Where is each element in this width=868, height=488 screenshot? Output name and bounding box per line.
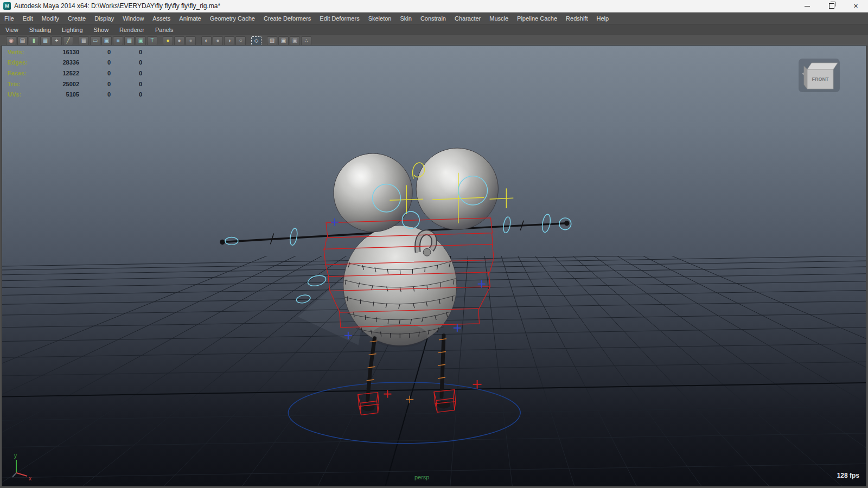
main-menu-bar: File Edit Modify Create Display Window A… bbox=[0, 12, 868, 24]
default-material-icon[interactable]: ● bbox=[174, 36, 184, 46]
window-titlebar: M Autodesk Maya 2014 x64: D:\Works\EVERY… bbox=[0, 0, 868, 12]
scene-cube-icon[interactable]: ▧ bbox=[267, 36, 277, 46]
shadows-icon[interactable]: ● bbox=[213, 36, 223, 46]
panel-menu-lighting[interactable]: Lighting bbox=[56, 25, 88, 35]
hud-value: 0 bbox=[111, 59, 142, 66]
hud-value: 0 bbox=[79, 70, 111, 76]
axis-x-label: x bbox=[29, 476, 31, 481]
foot-controls-red[interactable] bbox=[358, 380, 482, 415]
frame-rate-icon[interactable]: ● bbox=[163, 36, 173, 46]
panel-menu-shading[interactable]: Shading bbox=[24, 25, 56, 35]
screen-space-ao-icon[interactable]: ◑ bbox=[224, 36, 234, 46]
toolbar-icons: ◉▤▮▦+╱▦▭▣■▦▣T●●●◐●◑○◇▧▣▣∴ bbox=[5, 36, 312, 46]
eye-highlight-right bbox=[438, 164, 471, 196]
minimize-icon bbox=[805, 6, 810, 7]
panel-menu-panels[interactable]: Panels bbox=[150, 25, 179, 35]
hud-value: 12522 bbox=[49, 70, 79, 76]
menu-pipeline-cache[interactable]: Pipeline Cache bbox=[513, 13, 561, 24]
camera-attributes-icon[interactable]: ▤ bbox=[17, 36, 28, 46]
hud-value: 0 bbox=[79, 91, 111, 98]
menu-file[interactable]: File bbox=[0, 13, 18, 24]
frame-selection-icon[interactable]: ▣ bbox=[290, 36, 300, 46]
hud-value: 5105 bbox=[49, 91, 79, 98]
menu-edit-deformers[interactable]: Edit Deformers bbox=[315, 13, 363, 24]
resolution-gate-icon[interactable]: ▣ bbox=[101, 36, 112, 46]
fly-eye-left[interactable] bbox=[334, 153, 412, 232]
hud-label: Verts: bbox=[8, 49, 49, 55]
gate-mask-icon[interactable]: ■ bbox=[113, 36, 123, 46]
menu-character[interactable]: Character bbox=[450, 13, 485, 24]
hud-value: 0 bbox=[111, 81, 142, 87]
frame-all-icon[interactable]: ▣ bbox=[278, 36, 289, 46]
menu-assets[interactable]: Assets bbox=[148, 13, 175, 24]
grease-pencil-icon[interactable]: ╱ bbox=[63, 36, 73, 46]
axis-y-label: y bbox=[14, 453, 17, 459]
bookmark-icon[interactable]: ▮ bbox=[29, 36, 39, 46]
hud-label: Tris: bbox=[8, 81, 49, 87]
eye-highlight-left bbox=[346, 162, 374, 189]
axis-x-line bbox=[16, 473, 27, 476]
safe-action-icon[interactable]: ▣ bbox=[136, 36, 146, 46]
view-cube-top-face[interactable] bbox=[807, 63, 838, 69]
menu-display[interactable]: Display bbox=[90, 13, 118, 24]
body-shadow bbox=[372, 324, 427, 348]
hud-value: 16130 bbox=[49, 49, 79, 55]
menu-redshift[interactable]: Redshift bbox=[561, 13, 592, 24]
use-default-lighting-icon[interactable]: ◐ bbox=[201, 36, 212, 46]
view-cube[interactable]: FRONT bbox=[799, 59, 840, 92]
menu-window[interactable]: Window bbox=[118, 13, 148, 24]
restore-icon bbox=[829, 3, 834, 9]
panel-menu-view[interactable]: View bbox=[0, 25, 24, 35]
hud-value: 0 bbox=[111, 49, 142, 55]
camera-name-label: persp bbox=[414, 474, 430, 480]
menu-constrain[interactable]: Constrain bbox=[416, 13, 450, 24]
scene-svg bbox=[2, 46, 866, 486]
hud-value: 0 bbox=[111, 91, 142, 98]
maya-logo-icon: M bbox=[3, 2, 11, 10]
hud-label: Faces: bbox=[8, 70, 49, 76]
menu-create[interactable]: Create bbox=[63, 13, 90, 24]
axis-z-line bbox=[12, 473, 16, 477]
menu-skin[interactable]: Skin bbox=[395, 13, 416, 24]
menu-muscle[interactable]: Muscle bbox=[485, 13, 513, 24]
hud-label: Edges: bbox=[8, 59, 49, 66]
grid-icon[interactable]: ▦ bbox=[79, 36, 89, 46]
viewport-persp[interactable]: Verts: 16130 0 0 Edges: 28336 0 0 Faces:… bbox=[2, 45, 866, 486]
restore-button[interactable] bbox=[819, 0, 844, 12]
menu-help[interactable]: Help bbox=[592, 13, 613, 24]
panel-menu-renderer[interactable]: Renderer bbox=[114, 25, 150, 35]
material-override-icon[interactable]: ● bbox=[186, 36, 196, 46]
safe-title-icon[interactable]: T bbox=[147, 36, 157, 46]
window-controls: × bbox=[795, 0, 868, 12]
film-gate-icon[interactable]: ▭ bbox=[90, 36, 100, 46]
view-cube-front-label: FRONT bbox=[812, 76, 829, 82]
hud-value: 28336 bbox=[49, 59, 79, 66]
isolate-select-icon[interactable]: ◇ bbox=[251, 36, 261, 46]
close-button[interactable]: × bbox=[844, 0, 868, 12]
view-cube-left-face[interactable] bbox=[804, 66, 807, 89]
hud-label: UVs: bbox=[8, 91, 49, 98]
menu-skeleton[interactable]: Skeleton bbox=[364, 13, 396, 24]
menu-animate[interactable]: Animate bbox=[175, 13, 205, 24]
hud-value: 0 bbox=[79, 49, 111, 55]
hud-value: 25002 bbox=[49, 81, 79, 87]
fps-counter: 128 fps bbox=[837, 472, 859, 479]
hud-value: 0 bbox=[111, 70, 142, 76]
menu-geometry-cache[interactable]: Geometry Cache bbox=[206, 13, 259, 24]
hud-value: 0 bbox=[79, 59, 111, 66]
motion-blur-icon[interactable]: ○ bbox=[235, 36, 246, 46]
axis-indicator: y x bbox=[8, 452, 37, 483]
panel-menu-bar: View Shading Lighting Show Renderer Pane… bbox=[0, 24, 868, 35]
select-camera-icon[interactable]: ◉ bbox=[6, 36, 16, 46]
share-nodes-icon[interactable]: ∴ bbox=[301, 36, 311, 46]
window-title: Autodesk Maya 2014 x64: D:\Works\EVERYDA… bbox=[14, 2, 220, 10]
minimize-button[interactable] bbox=[795, 0, 819, 12]
panel-menu-show[interactable]: Show bbox=[88, 25, 114, 35]
hud-value: 0 bbox=[79, 81, 111, 87]
2d-pan-zoom-icon[interactable]: + bbox=[52, 36, 62, 46]
field-chart-icon[interactable]: ▦ bbox=[124, 36, 135, 46]
image-plane-icon[interactable]: ▦ bbox=[40, 36, 50, 46]
menu-create-deformers[interactable]: Create Deformers bbox=[259, 13, 315, 24]
menu-modify[interactable]: Modify bbox=[37, 13, 63, 24]
menu-edit[interactable]: Edit bbox=[18, 13, 37, 24]
